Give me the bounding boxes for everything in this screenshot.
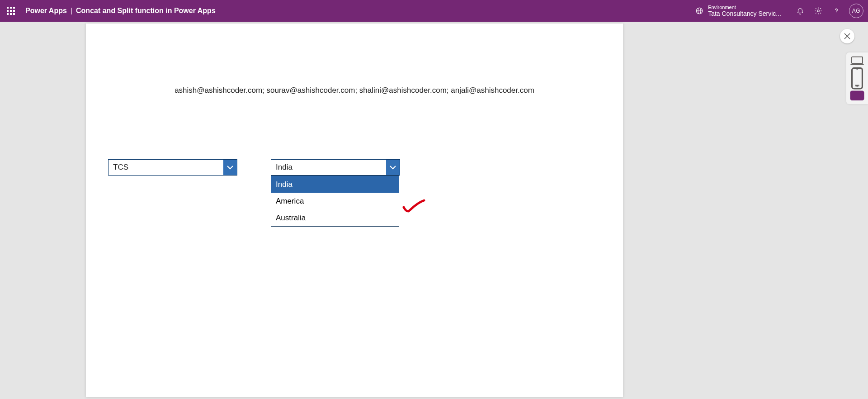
country-dropdown-list: India America Australia bbox=[271, 176, 399, 227]
globe-icon bbox=[695, 7, 703, 15]
avatar-initials: AG bbox=[852, 8, 860, 14]
help-icon bbox=[832, 7, 840, 15]
svg-point-3 bbox=[817, 10, 820, 12]
chevron-down-icon bbox=[855, 85, 859, 87]
country-dropdown[interactable]: India bbox=[271, 159, 400, 176]
country-dropdown-toggle[interactable] bbox=[386, 160, 400, 175]
device-mobile-chevron[interactable] bbox=[850, 83, 864, 89]
chevron-down-icon bbox=[226, 165, 234, 170]
device-switcher-rail bbox=[846, 52, 868, 104]
company-dropdown-toggle[interactable] bbox=[223, 160, 237, 175]
help-button[interactable] bbox=[827, 0, 845, 22]
app-launcher-icon[interactable] bbox=[5, 5, 17, 17]
device-mobile-button[interactable] bbox=[850, 73, 864, 83]
close-preview-button[interactable] bbox=[840, 29, 854, 43]
svg-rect-7 bbox=[852, 57, 863, 64]
close-icon bbox=[844, 33, 850, 39]
notifications-button[interactable] bbox=[791, 0, 809, 22]
user-avatar[interactable]: AG bbox=[849, 4, 863, 18]
gear-icon bbox=[814, 7, 822, 15]
country-option[interactable]: Australia bbox=[271, 209, 399, 226]
app-canvas: ashish@ashishcoder.com; sourav@ashishcod… bbox=[86, 24, 623, 397]
country-dropdown-value: India bbox=[271, 163, 386, 172]
brand-label: Power Apps bbox=[25, 7, 67, 15]
annotation-checkmark-icon bbox=[402, 199, 426, 214]
environment-caption: Environment bbox=[708, 5, 781, 10]
chevron-down-icon bbox=[389, 165, 396, 170]
company-dropdown[interactable]: TCS bbox=[108, 159, 237, 176]
emails-label: ashish@ashishcoder.com; sourav@ashishcod… bbox=[86, 86, 623, 95]
bell-icon bbox=[796, 7, 804, 15]
svg-rect-11 bbox=[851, 91, 864, 100]
device-fit-button[interactable] bbox=[850, 90, 864, 100]
device-desktop-button[interactable] bbox=[850, 56, 864, 66]
brand-separator: | bbox=[71, 7, 72, 15]
country-option[interactable]: America bbox=[271, 193, 399, 209]
svg-point-4 bbox=[836, 13, 836, 13]
preview-viewport: ashish@ashishcoder.com; sourav@ashishcod… bbox=[0, 22, 868, 399]
environment-name: Tata Consultancy Servic... bbox=[708, 10, 781, 17]
company-dropdown-value: TCS bbox=[108, 163, 223, 172]
environment-picker[interactable]: Environment Tata Consultancy Servic... bbox=[695, 5, 781, 17]
country-option[interactable]: India bbox=[271, 176, 399, 193]
app-header: Power Apps | Concat and Split function i… bbox=[0, 0, 868, 22]
settings-button[interactable] bbox=[809, 0, 827, 22]
app-title: Concat and Split function in Power Apps bbox=[76, 7, 216, 15]
